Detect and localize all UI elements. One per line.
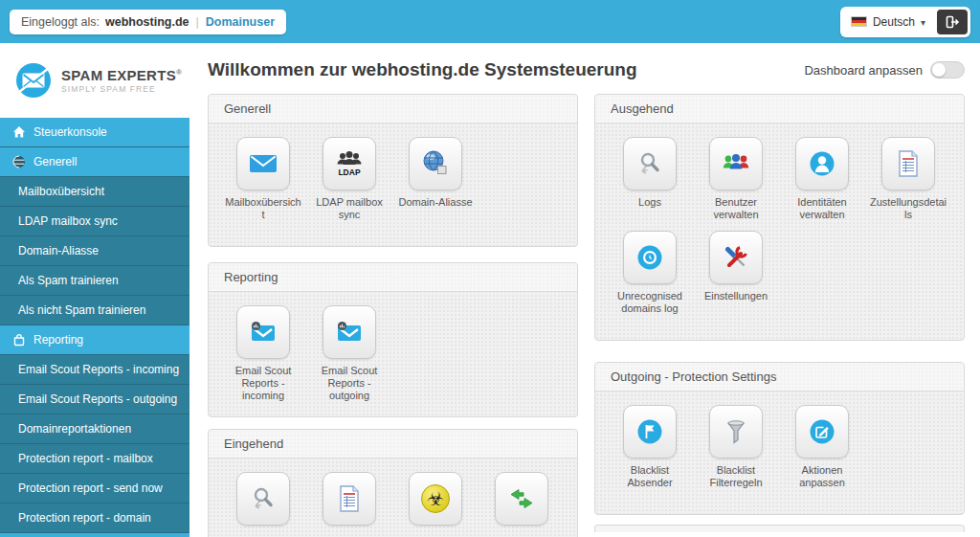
panel-outgoing-protection-title: Outgoing - Protection Settings (595, 363, 964, 392)
tile-email-scout-outgoing[interactable]: Email Scout Reports - outgoing (310, 305, 389, 402)
tile-button[interactable] (795, 137, 849, 190)
tile-eingehend-quarantine[interactable] (396, 472, 475, 531)
tile-button[interactable] (623, 137, 677, 190)
tile-logs[interactable]: Logs (611, 137, 689, 221)
tile-unrecognised-domains-log[interactable]: Unrecognised domains log (611, 231, 689, 315)
language-dropdown[interactable]: Deutsch (843, 11, 933, 33)
german-flag-icon (851, 16, 867, 27)
account-name: webhosting.de (105, 15, 189, 29)
sidebar-item-email-scout-incoming[interactable]: Email Scout Reports - incoming (0, 355, 189, 384)
topbar-controls: Deutsch (840, 7, 970, 37)
tile-blacklist-filterregeln[interactable]: Blacklist Filterregeln (697, 405, 775, 489)
sidebar-item-label: Steuerkonsole (33, 125, 107, 139)
tile-label: Blacklist Filterregeln (697, 464, 775, 489)
tile-blacklist-absender[interactable]: Blacklist Absender (611, 405, 689, 489)
tile-benutzer-verwalten[interactable]: Benutzer verwalten (697, 137, 775, 221)
dashboard-toggle[interactable] (930, 61, 965, 78)
sidebar-item-domainreportaktionen[interactable]: Domainreportaktionen (0, 414, 189, 443)
sidebar-item-label: Generell (33, 155, 77, 168)
tile-eingehend-log-search[interactable] (224, 472, 302, 531)
logout-button[interactable] (937, 10, 968, 34)
tile-aktionen-anpassen[interactable]: Aktionen anpassen (783, 405, 861, 489)
log-search-icon (247, 482, 279, 515)
tile-label: LDAP mailbox sync (310, 196, 389, 221)
tile-eingehend-delivery[interactable] (482, 472, 561, 531)
sidebar-item-steuerkonsole[interactable]: Steuerkonsole (0, 118, 189, 146)
panel-ausgehend-title: Ausgehend (595, 95, 964, 123)
sidebar-item-label: Domain-Aliasse (18, 244, 99, 257)
sidebar-item-domain-aliasse[interactable]: Domain-Aliasse (0, 236, 189, 265)
sidebar-item-label: Email Scout Reports - incoming (18, 363, 179, 376)
ldap-users-icon: LDAP (333, 147, 366, 180)
tile-button[interactable] (409, 472, 462, 526)
tile-button[interactable] (236, 137, 290, 190)
account-user-link[interactable]: Domainuser (206, 15, 275, 29)
tile-label: Benutzer verwalten (697, 196, 775, 221)
brand-tagline: SIMPLY SPAM FREE (61, 84, 182, 94)
sidebar-item-label: Protection report - mailbox (18, 452, 153, 465)
sidebar-item-email-scout-outgoing[interactable]: Email Scout Reports - outgoing (0, 385, 189, 414)
tile-button[interactable] (709, 405, 763, 459)
tile-button[interactable] (323, 305, 376, 359)
globe-disk-icon (419, 147, 452, 180)
panel-outgoing-protection: Outgoing - Protection Settings Blacklist (594, 362, 965, 515)
filter-funnel-icon (720, 415, 752, 448)
account-separator: | (195, 15, 200, 29)
tile-button[interactable] (236, 305, 290, 359)
tile-button[interactable] (409, 137, 462, 190)
sidebar-item-protection-report-mailbox[interactable]: Protection report - mailbox (0, 444, 189, 473)
tile-button[interactable] (709, 137, 763, 190)
tile-label: Zustellungsdetails (869, 196, 947, 221)
dashboard-toggle-label: Dashboard anpassen (804, 63, 923, 78)
sidebar-item-als-spam-trainieren[interactable]: Als Spam trainieren (0, 266, 189, 295)
tile-mailbox-overview[interactable]: Mailboxübersicht (224, 137, 302, 221)
top-bar: Eingeloggt als: webhosting.de | Domainus… (0, 0, 980, 43)
bag-icon (12, 333, 26, 347)
tile-identitaeten-verwalten[interactable]: Identitäten verwalten (783, 137, 861, 221)
mail-envelope-icon (247, 147, 279, 180)
tile-einstellungen[interactable]: Einstellungen (697, 231, 775, 315)
biohazard-icon (421, 484, 450, 513)
tile-button[interactable] (795, 405, 849, 459)
tile-button[interactable] (495, 472, 548, 526)
tile-label: Domain-Aliasse (398, 196, 472, 209)
sidebar-item-label: Reporting (33, 333, 83, 347)
tile-email-scout-incoming[interactable]: Email Scout Reports - incoming (224, 305, 302, 402)
panel-ausgehend: Ausgehend Logs (594, 94, 965, 341)
tile-button[interactable] (623, 231, 677, 284)
panel-eingehend-title: Eingehend (209, 430, 577, 459)
svg-text:LDAP: LDAP (338, 168, 360, 177)
tile-eingehend-report[interactable] (310, 472, 389, 531)
blacklist-sender-icon (634, 415, 666, 448)
brand-logo[interactable]: SPAM EXPERTS® SIMPLY SPAM FREE (0, 43, 189, 118)
tile-label: Aktionen anpassen (783, 464, 861, 489)
sidebar-item-reporting[interactable]: Reporting (0, 325, 189, 354)
tile-zustellungsdetails[interactable]: Zustellungsdetails (869, 137, 947, 221)
sidebar-item-generell[interactable]: Generell (0, 147, 189, 176)
sidebar-item-mailboxuebersicht[interactable]: Mailboxübersicht (0, 177, 189, 206)
tile-button[interactable] (881, 137, 935, 190)
tile-domain-aliasse[interactable]: Domain-Aliasse (396, 137, 475, 221)
tile-button[interactable]: LDAP (323, 137, 376, 190)
main-content: Willkommen zur webhosting.de Systemsteue… (189, 43, 980, 537)
chevron-down-icon (921, 15, 925, 29)
sidebar-item-protection-report-domain[interactable]: Protection report - domain (0, 503, 189, 532)
tile-button[interactable] (623, 405, 677, 459)
tile-button[interactable] (236, 472, 290, 526)
spamexperts-logo-icon (13, 60, 54, 101)
panel-generell: Generell Mailboxübersicht (208, 94, 578, 247)
tile-button[interactable] (323, 472, 376, 526)
sidebar-item-protection-report-send-now[interactable]: Protection report - send now (0, 474, 189, 503)
sidebar-next-section-partial (0, 533, 189, 537)
toggle-knob (932, 63, 946, 77)
tile-ldap-mailbox-sync[interactable]: LDAP LDAP mailbox sync (310, 137, 389, 221)
home-icon (12, 125, 26, 139)
sidebar-item-als-nicht-spam-trainieren[interactable]: Als nicht Spam trainieren (0, 296, 189, 324)
panel-reporting: Reporting Email Scout (208, 262, 578, 417)
sidebar-item-label: Als nicht Spam trainieren (18, 303, 145, 317)
logout-icon (944, 13, 961, 31)
sidebar-item-ldap-mailbox-sync[interactable]: LDAP mailbox sync (0, 207, 189, 235)
sidebar-item-label: LDAP mailbox sync (18, 214, 118, 228)
sidebar-item-label: Mailboxübersicht (18, 185, 104, 198)
tile-button[interactable] (709, 231, 763, 284)
